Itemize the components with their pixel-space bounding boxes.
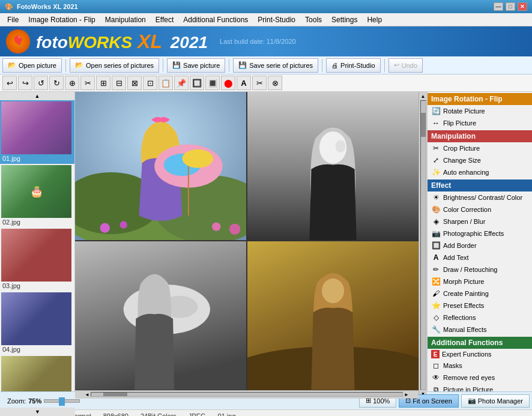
toolbar-btn-star[interactable]: ⊗ — [268, 76, 282, 90]
save-serie-button[interactable]: 💾 Save serie of pictures — [233, 58, 318, 73]
v-scroll-track[interactable] — [420, 100, 426, 390]
status-dimensions: 898x680 — [103, 412, 128, 417]
print-studio-button[interactable]: 🖨 Print-Studio — [326, 58, 380, 73]
svg-point-9 — [100, 223, 110, 232]
toolbar-btn-text[interactable]: A — [237, 76, 251, 90]
panel-item-preset-effects[interactable]: ⭐ Preset Effects — [428, 300, 532, 312]
toolbar-btn-fit[interactable]: ⊞ — [96, 76, 110, 90]
menu-settings[interactable]: Settings — [327, 14, 362, 25]
btn-photo-manager-icon: 📷 — [468, 397, 476, 405]
menu-file[interactable]: File — [2, 14, 23, 25]
save-serie-label: Save serie of pictures — [249, 62, 313, 69]
close-button[interactable]: ✕ — [518, 2, 527, 11]
panel-item-morph[interactable]: 🔀 Morph Picture — [428, 276, 532, 288]
toolbar-btn-red[interactable]: ⬤ — [221, 76, 235, 90]
separator-2 — [163, 59, 163, 72]
menu-help[interactable]: Help — [362, 14, 387, 25]
h-scroll-thumb[interactable] — [103, 393, 127, 396]
h-scroll-right[interactable]: ► — [403, 391, 410, 399]
open-picture-button[interactable]: 📂 Open picture — [2, 58, 62, 73]
panel-item-draw[interactable]: ✏ Draw / Retouching — [428, 264, 532, 276]
svg-point-10 — [119, 221, 127, 228]
toolbar-btn-oval[interactable]: 🔳 — [205, 76, 220, 90]
toolbar-btn-paste[interactable]: 📌 — [174, 76, 189, 90]
preset-effects-label: Preset Effects — [443, 302, 484, 309]
toolbar-btn-rotate-left[interactable]: ↺ — [34, 76, 48, 90]
image-cell-top-right — [247, 92, 419, 240]
maximize-button[interactable]: □ — [506, 2, 515, 11]
expert-label: Expert Functions — [442, 351, 492, 358]
thumbnail-item[interactable]: 03.jpg — [0, 228, 74, 291]
zoom-thumb[interactable] — [59, 397, 65, 406]
toolbar-btn-select[interactable]: ⊡ — [143, 76, 157, 90]
panel-item-picture-in-picture[interactable]: ⧉ Picture in Picture — [428, 384, 532, 391]
thumbnail-panel: ▲ 01.jpg 🎂 02.jpg 03.jpg 04.jpg 05.jpg 0… — [0, 92, 75, 391]
toolbar-btn-rect[interactable]: 🔲 — [190, 76, 204, 90]
section-header-manipulation: Manipulation — [428, 130, 532, 142]
toolbar-btn-cut[interactable]: ✂ — [80, 76, 95, 90]
menu-image-rotation[interactable]: Image Rotation - Flip — [23, 14, 100, 25]
panel-item-add-text[interactable]: A Add Text — [428, 252, 532, 264]
image-cell-bottom-left — [75, 241, 246, 390]
toolbar-btn-undo[interactable]: ↩ — [2, 76, 17, 90]
menu-manipulation[interactable]: Manipulation — [100, 14, 151, 25]
panel-item-change-size[interactable]: ⤢ Change Size — [428, 154, 532, 166]
btn-photo-manager-label: Photo Manager — [478, 397, 523, 405]
toolbar-btn-redo[interactable]: ↪ — [18, 76, 32, 90]
panel-item-red-eyes[interactable]: 👁 Remove red eyes — [428, 372, 532, 384]
status-bar: Jpeg File Interchange Format 898x680 24B… — [0, 409, 532, 416]
image-cell-top-left — [75, 92, 246, 240]
logo-text: fotoWORKS XL 2021 — [36, 31, 208, 53]
separator-4 — [322, 59, 322, 72]
toolbar-btn-rotate-right[interactable]: ↻ — [49, 76, 64, 90]
h-scroll-left[interactable]: ◄ — [83, 391, 91, 399]
panel-item-manual-effects[interactable]: 🔧 Manual Effects — [428, 324, 532, 336]
vertical-scrollbar[interactable]: ▲ ▼ — [419, 92, 427, 399]
panel-item-painting[interactable]: 🖌 Create Painting — [428, 288, 532, 300]
menu-print-studio[interactable]: Print-Studio — [253, 14, 300, 25]
color-correction-label: Color Correction — [443, 206, 491, 213]
panel-item-reflections[interactable]: ◇ Reflections — [428, 312, 532, 324]
panel-item-color-correction[interactable]: 🎨 Color Correction — [428, 203, 532, 216]
panel-item-rotate[interactable]: 🔄 Rotate Picture — [428, 105, 532, 117]
toolbar-btn-pencil[interactable]: ✂ — [252, 76, 267, 90]
minimize-button[interactable]: — — [494, 2, 503, 11]
thumb-scroll-up[interactable]: ▲ — [0, 92, 74, 100]
thumbnail-item[interactable]: 05.jpg — [0, 355, 74, 391]
btn-photo-manager[interactable]: 📷 Photo Manager — [461, 394, 530, 408]
panel-item-crop[interactable]: ✂ Crop Picture — [428, 142, 532, 154]
open-series-button[interactable]: 📂 Open series of pictures — [70, 58, 159, 73]
thumbnail-item[interactable]: 01.jpg — [0, 100, 74, 164]
undo-button[interactable]: ↩ Undo — [388, 58, 423, 73]
masks-label: Masks — [443, 362, 462, 369]
zoom-slider[interactable] — [44, 399, 80, 403]
toolbar-btn-zoom-out[interactable]: ⊠ — [127, 76, 142, 90]
menu-effect[interactable]: Effect — [151, 14, 178, 25]
panel-item-auto-enhance[interactable]: ✨ Auto enhancing — [428, 166, 532, 178]
thumbnail-item[interactable]: 04.jpg — [0, 291, 74, 355]
save-serie-icon: 💾 — [238, 61, 247, 69]
h-scroll-track[interactable] — [91, 392, 403, 397]
horizontal-scrollbar[interactable]: ◄ ► — [75, 390, 419, 399]
canvas-wrapper: ◄ ► ▲ ▼ — [75, 92, 427, 391]
panel-item-expert[interactable]: E Expert Functions — [428, 349, 532, 360]
toolbar-btn-copy[interactable]: 📋 — [159, 76, 173, 90]
panel-item-masks[interactable]: ◻ Masks — [428, 360, 532, 372]
panel-item-add-border[interactable]: 🔲 Add Border — [428, 240, 532, 252]
window-controls: — □ ✕ — [494, 2, 527, 11]
panel-item-flip[interactable]: ↔ Flip Picture — [428, 117, 532, 129]
separator-1 — [65, 59, 66, 72]
panel-item-brightness[interactable]: ☀ Brightness/ Contrast/ Color — [428, 191, 532, 203]
print-icon: 🖨 — [331, 62, 338, 69]
save-picture-button[interactable]: 💾 Save picture — [167, 58, 225, 73]
separator-5 — [384, 59, 385, 72]
toolbar-btn-crop[interactable]: ⊕ — [65, 76, 79, 90]
panel-item-photo-effects[interactable]: 📷 Photographic Effects — [428, 228, 532, 240]
thumbnail-item[interactable]: 🎂 02.jpg — [0, 164, 74, 228]
toolbar-btn-zoom-in[interactable]: ⊟ — [112, 76, 126, 90]
menu-tools[interactable]: Tools — [300, 14, 327, 25]
panel-item-sharpen[interactable]: ◈ Sharpen / Blur — [428, 216, 532, 228]
v-scroll-thumb[interactable] — [421, 113, 426, 137]
menu-additional-functions[interactable]: Additional Functions — [178, 14, 253, 25]
v-scroll-up[interactable]: ▲ — [421, 92, 426, 100]
